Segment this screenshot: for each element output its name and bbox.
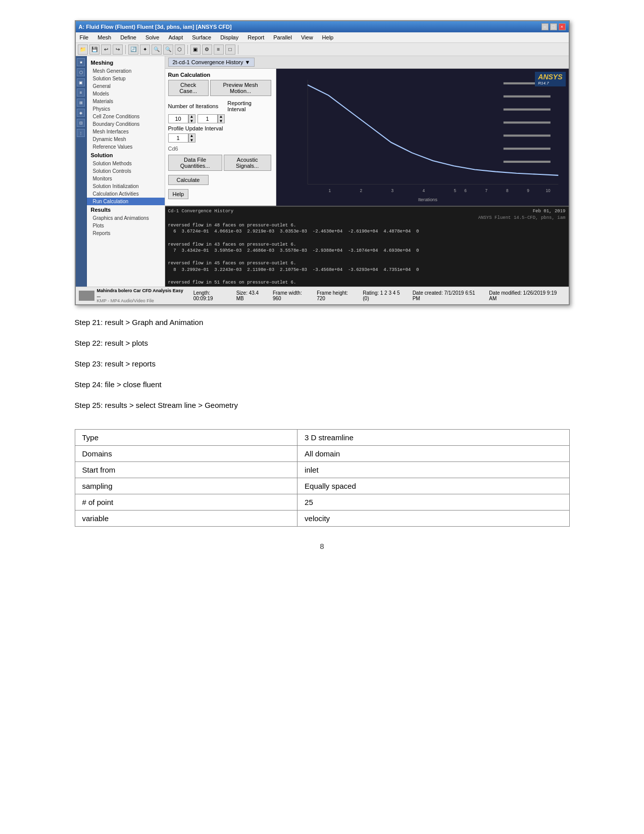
toolbar-btn-9[interactable]: ⬡: [175, 44, 185, 55]
sidebar-item-solution-setup[interactable]: Solution Setup: [87, 75, 165, 82]
console-line-5: reversed flow in 45 faces on pressure-ou…: [168, 260, 566, 267]
minimize-button[interactable]: −: [541, 23, 549, 30]
status-date-created: Date created: 7/1/2019 6:51 PM: [413, 290, 484, 301]
table-row: Domains All domain: [75, 445, 569, 461]
tree-sidebar: Meshing Mesh Generation Solution Setup G…: [87, 56, 165, 287]
menu-view[interactable]: View: [299, 33, 315, 41]
sidebar-item-monitors[interactable]: Monitors: [87, 175, 165, 182]
step-21: Step 21: result > Graph and Animation: [75, 315, 570, 329]
title-bar-buttons: − □ ×: [541, 23, 566, 30]
sidebar-icon-7[interactable]: ⊡: [77, 119, 85, 127]
profile-input[interactable]: [168, 133, 188, 143]
sidebar-item-mesh-generation[interactable]: Mesh Generation: [87, 67, 165, 75]
maximize-button[interactable]: □: [550, 23, 557, 30]
console-line-3: reversed flow in 43 faces on pressure-ou…: [168, 242, 566, 248]
check-case-button[interactable]: Check Case...: [168, 80, 209, 96]
profile-row: Profile Update Interval: [168, 125, 273, 131]
menu-file[interactable]: File: [78, 33, 91, 41]
menu-parallel[interactable]: Parallel: [271, 33, 294, 41]
status-rating: Rating: 1 2 3 4 5 (0): [363, 290, 407, 301]
svg-text:5: 5: [454, 189, 456, 193]
table-row: variable velocity: [75, 510, 569, 526]
svg-text:2: 2: [360, 189, 362, 193]
page-number: 8: [320, 542, 324, 550]
calculate-button[interactable]: Calculate: [168, 175, 209, 185]
table-cell-type-label: Type: [75, 429, 298, 445]
sidebar-item-initialization[interactable]: Solution Initialization: [87, 182, 165, 190]
toolbar-btn-3[interactable]: ↩: [101, 44, 111, 55]
menu-display[interactable]: Display: [218, 33, 240, 41]
toolbar-btn-7[interactable]: 🔍: [152, 44, 162, 55]
sidebar-item-materials[interactable]: Materials: [87, 98, 165, 105]
sidebar-item-models[interactable]: Models: [87, 90, 165, 98]
sidebar-item-cell-zone[interactable]: Cell Zone Conditions: [87, 113, 165, 120]
toolbar-btn-10[interactable]: ▣: [190, 44, 201, 55]
toolbar-btn-1[interactable]: 📁: [78, 44, 88, 55]
status-frame-height: Frame height: 720: [317, 290, 358, 301]
reporting-input[interactable]: [197, 114, 218, 123]
menu-adapt[interactable]: Adapt: [166, 33, 185, 41]
preview-mesh-button[interactable]: Preview Mesh Motion...: [210, 80, 271, 96]
right-panel: 2t-cd-1 Convergence History ▼ Run Calcul…: [165, 56, 569, 287]
sidebar-icon-1[interactable]: ★: [77, 58, 85, 66]
menu-surface[interactable]: Surface: [190, 33, 213, 41]
toolbar-btn-13[interactable]: □: [225, 44, 235, 55]
close-button[interactable]: ×: [559, 23, 566, 30]
menu-mesh[interactable]: Mesh: [95, 33, 113, 41]
menu-define[interactable]: Define: [118, 33, 138, 41]
reporting-spinner[interactable]: ▲▼: [218, 114, 225, 123]
menu-help[interactable]: Help: [320, 33, 336, 41]
svg-text:4: 4: [422, 189, 425, 193]
acoustic-button[interactable]: Acoustic Signals...: [224, 155, 271, 171]
sidebar-item-boundary[interactable]: Boundary Conditions: [87, 120, 165, 128]
sidebar-icon-2[interactable]: ⬡: [77, 68, 85, 76]
toolbar-btn-12[interactable]: ≡: [214, 44, 224, 55]
sidebar-item-run-calc[interactable]: Run Calculation: [87, 198, 165, 205]
help-button[interactable]: Help: [168, 189, 189, 199]
sidebar-item-graphics[interactable]: Graphics and Animations: [87, 214, 165, 222]
sidebar-item-plots[interactable]: Plots: [87, 222, 165, 229]
sidebar-icon-3[interactable]: ▣: [77, 78, 85, 86]
sidebar-icon-5[interactable]: ⊞: [77, 99, 85, 107]
toolbar-btn-8[interactable]: 🔍: [163, 44, 173, 55]
profile-spinner[interactable]: ▲▼: [188, 133, 195, 143]
toolbar-btn-5[interactable]: 🔄: [128, 44, 138, 55]
table-cell-startfrom-value: inlet: [298, 461, 569, 478]
sidebar-item-activities[interactable]: Calculation Activities: [87, 190, 165, 198]
sidebar-icon-6[interactable]: ◈: [77, 109, 85, 117]
toolbar-sep-1: [125, 45, 126, 54]
sidebar-item-dynamic-mesh[interactable]: Dynamic Mesh: [87, 135, 165, 143]
sidebar-item-reference[interactable]: Reference Values: [87, 143, 165, 151]
sidebar-item-physics[interactable]: Physics: [87, 105, 165, 113]
sidebar-item-general[interactable]: General: [87, 82, 165, 90]
table-row: sampling Equally spaced: [75, 478, 569, 494]
sidebar-item-reports[interactable]: Reports: [87, 229, 165, 237]
iterations-spinner[interactable]: ▲▼: [188, 114, 195, 123]
svg-rect-4: [503, 96, 550, 98]
convergence-tab[interactable]: 2t-cd-1 Convergence History ▼: [168, 58, 255, 67]
menu-report[interactable]: Report: [245, 33, 266, 41]
toolbar-btn-6[interactable]: ✦: [140, 44, 150, 55]
table-cell-points-label: # of point: [75, 494, 298, 510]
console-line-7: reversed flow in 51 faces on pressure-ou…: [168, 280, 566, 286]
sidebar-icon-8[interactable]: ⋮: [77, 129, 85, 137]
console-line-2: 6 3.6724e-01 4.0661e-03 2.9219e-03 3.035…: [168, 228, 566, 235]
toolbar-btn-11[interactable]: ⚙: [202, 44, 212, 55]
sidebar-item-controls[interactable]: Solution Controls: [87, 167, 165, 175]
svg-text:1: 1: [328, 189, 331, 193]
console-spacer-2: [168, 254, 566, 261]
iterations-label: Number of Iterations: [168, 103, 228, 109]
sidebar-icon-4[interactable]: ≡: [77, 88, 85, 97]
table-cell-startfrom-label: Start from: [75, 461, 298, 478]
iterations-input[interactable]: [168, 114, 188, 123]
svg-text:8: 8: [506, 189, 508, 193]
toolbar-btn-2[interactable]: 💾: [89, 44, 100, 55]
sidebar-item-methods[interactable]: Solution Methods: [87, 160, 165, 167]
toolbar-btn-4[interactable]: ↪: [113, 44, 123, 55]
sidebar-item-mesh-interfaces[interactable]: Mesh Interfaces: [87, 128, 165, 135]
toolbar-sep-3: [238, 45, 238, 54]
section-meshing: Meshing: [87, 58, 165, 67]
console-line-4: 7 3.4342e-01 3.59h5e-03 2.4686e-03 3.557…: [168, 248, 566, 254]
data-file-button[interactable]: Data File Quantities...: [168, 155, 222, 171]
menu-solve[interactable]: Solve: [143, 33, 162, 41]
